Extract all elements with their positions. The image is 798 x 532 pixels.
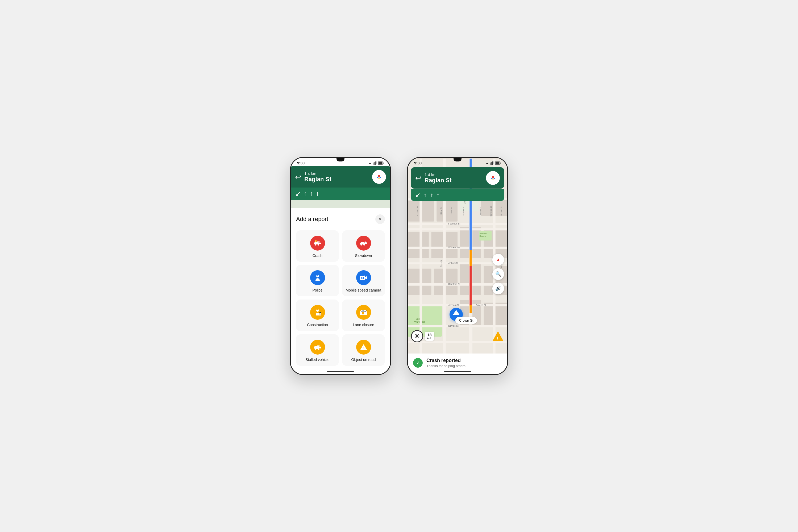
signal-icon: ▲ (368, 161, 372, 165)
report-item-stalled[interactable]: ! Stalled vehicle (296, 334, 339, 366)
construction-label: Construction (307, 322, 328, 327)
svg-text:Corben St: Corben St (416, 206, 419, 216)
compass-fab[interactable]: ▲ (492, 254, 504, 265)
speed-camera-icon (356, 270, 371, 285)
wifi-icon (373, 162, 377, 165)
mic-icon-2 (490, 175, 496, 181)
status-icons-2: ▲ (486, 161, 501, 165)
home-bar-1 (327, 371, 354, 372)
time-1: 9:30 (297, 161, 305, 165)
report-item-police[interactable]: Police (296, 265, 339, 296)
search-fab[interactable]: 🔍 (492, 268, 504, 280)
svg-point-43 (318, 348, 320, 350)
report-item-construction[interactable]: Construction (296, 300, 339, 331)
nav-distance-1: 1.4 km (304, 171, 372, 176)
crash-reported-title: Crash reported (426, 358, 466, 363)
object-on-road-label: Object on road (352, 357, 376, 362)
mic-button-1[interactable] (372, 170, 386, 184)
report-grid: 💥 Crash (296, 230, 385, 366)
svg-text:Davies St: Davies St (476, 304, 486, 306)
back-arrow-icon[interactable]: ↩ (295, 173, 301, 182)
svg-rect-21 (317, 275, 318, 276)
home-indicator-2 (408, 369, 507, 374)
svg-text:Norton St: Norton St (462, 206, 465, 215)
svg-text:Arthur St: Arthur St (449, 262, 458, 264)
report-item-slowdown[interactable]: Slowdown (342, 230, 385, 262)
svg-rect-28 (317, 309, 318, 310)
crash-label: Crash (312, 253, 322, 258)
svg-point-42 (315, 348, 316, 350)
bottom-sheet: Add a report × 💥 (291, 208, 390, 369)
phone-1: 9:30 ▲ ↩ 1.4 km Raglan St (290, 157, 391, 375)
speed-camera-label: Mobile speed camera (346, 288, 381, 292)
check-icon: ✓ (413, 358, 423, 367)
time-2: 9:30 (414, 161, 422, 165)
home-indicator-1 (291, 369, 390, 374)
up-arrow-2a: ↑ (424, 191, 427, 199)
warning-badge[interactable]: ! + (492, 330, 504, 342)
mic-button-2[interactable] (486, 171, 500, 185)
svg-rect-5 (379, 162, 382, 164)
svg-rect-6 (383, 163, 384, 164)
turn-arrow-2: ↙ (415, 191, 421, 199)
svg-text:Foveaux St: Foveaux St (449, 222, 460, 225)
svg-rect-41 (320, 347, 321, 348)
current-speed: 18 km/h (425, 332, 434, 341)
svg-text:Riley St: Riley St (440, 260, 442, 267)
report-item-speed-camera[interactable]: Mobile speed camera (342, 265, 385, 296)
crash-icon: 💥 (310, 236, 325, 251)
notch (337, 158, 344, 162)
mic-icon (376, 174, 382, 180)
close-button[interactable]: × (375, 214, 385, 224)
straight-arrow-3: ↑ (316, 190, 319, 198)
svg-rect-12 (319, 243, 321, 244)
straight-arrow-1: ↑ (304, 190, 307, 198)
slowdown-icon (356, 236, 371, 251)
svg-rect-31 (320, 314, 321, 315)
speed-badge: 30 18 km/h (411, 330, 434, 342)
police-icon (310, 270, 325, 285)
svg-rect-3 (376, 162, 377, 165)
svg-text:Shannon: Shannon (479, 207, 482, 215)
fab-group: ▲ 🔍 🔊 (492, 254, 504, 294)
svg-text:Riley St: Riley St (440, 207, 442, 215)
svg-point-18 (360, 244, 362, 246)
back-arrow-2[interactable]: ↩ (415, 174, 421, 183)
report-item-lane-closure[interactable]: Lane closure (342, 300, 385, 331)
slowdown-label: Slowdown (355, 253, 372, 258)
nav-info: 1.4 km Raglan St (301, 171, 372, 183)
svg-text:Shannon: Shannon (480, 232, 487, 234)
svg-text:Bourke St: Bourke St (500, 206, 502, 215)
report-item-crash[interactable]: 💥 Crash (296, 230, 339, 262)
svg-rect-53 (500, 163, 501, 164)
svg-text:💥: 💥 (314, 240, 317, 243)
nav-street-2: Raglan St (424, 177, 486, 184)
svg-text:+: + (496, 335, 497, 337)
svg-rect-33 (360, 311, 362, 315)
svg-point-19 (363, 244, 365, 246)
svg-rect-17 (364, 242, 367, 244)
police-label: Police (312, 288, 322, 292)
svg-text:Withers Ln: Withers Ln (449, 246, 460, 249)
svg-text:Reserve: Reserve (480, 235, 487, 237)
svg-rect-48 (491, 162, 492, 165)
svg-rect-35 (364, 311, 366, 315)
svg-rect-2 (375, 162, 376, 165)
crash-reported-subtitle: Thanks for helping others (426, 364, 466, 368)
up-arrow-2c: ↑ (437, 191, 440, 199)
svg-text:Jesson St: Jesson St (449, 304, 459, 306)
signal-icon-2: ▲ (486, 161, 489, 165)
svg-rect-55 (492, 176, 494, 178)
volume-fab[interactable]: 🔊 (492, 283, 504, 294)
battery-icon-2 (495, 162, 501, 165)
nav-header-1: ↩ 1.4 km Raglan St (291, 166, 390, 188)
svg-rect-34 (362, 311, 364, 315)
svg-rect-30 (320, 312, 321, 313)
svg-rect-52 (496, 162, 499, 164)
svg-rect-8 (378, 175, 380, 177)
stalled-vehicle-icon: ! (310, 340, 325, 355)
report-item-object[interactable]: ! Object on road (342, 334, 385, 366)
svg-text:!: ! (315, 344, 316, 347)
status-icons-1: ▲ (368, 161, 384, 165)
home-bar-2 (444, 371, 471, 372)
